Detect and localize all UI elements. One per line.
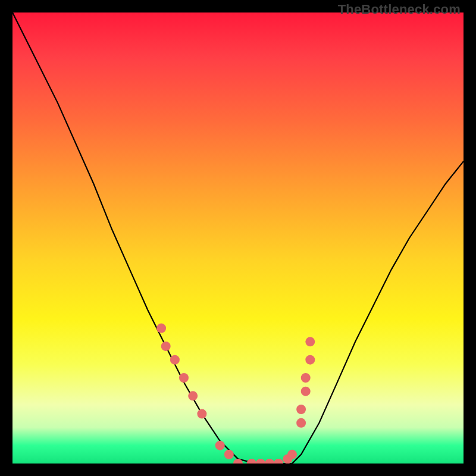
marker-dot [224, 450, 234, 459]
marker-dot [296, 405, 306, 414]
marker-dot [301, 373, 311, 383]
plot-area [12, 12, 464, 464]
chart-frame: TheBottleneck.com [0, 0, 476, 476]
marker-dot [170, 355, 180, 365]
marker-dot [215, 441, 225, 450]
marker-dot [305, 355, 315, 365]
marker-dot [274, 459, 283, 464]
marker-dot [179, 373, 189, 383]
marker-dot [296, 418, 306, 428]
marker-dot [247, 459, 256, 464]
marker-dot [256, 459, 265, 464]
marker-dot [197, 409, 206, 419]
marker-dot [301, 387, 311, 396]
marker-dot [305, 337, 315, 346]
marker-dot [188, 391, 198, 400]
marker-dot [156, 324, 166, 333]
scatter-markers [156, 324, 315, 464]
marker-dot [287, 450, 297, 459]
curve-path [12, 12, 464, 464]
marker-dot [161, 342, 171, 351]
watermark-text: TheBottleneck.com [338, 2, 461, 17]
marker-dot [265, 459, 274, 464]
curve-line [12, 12, 464, 464]
chart-svg [12, 12, 464, 464]
